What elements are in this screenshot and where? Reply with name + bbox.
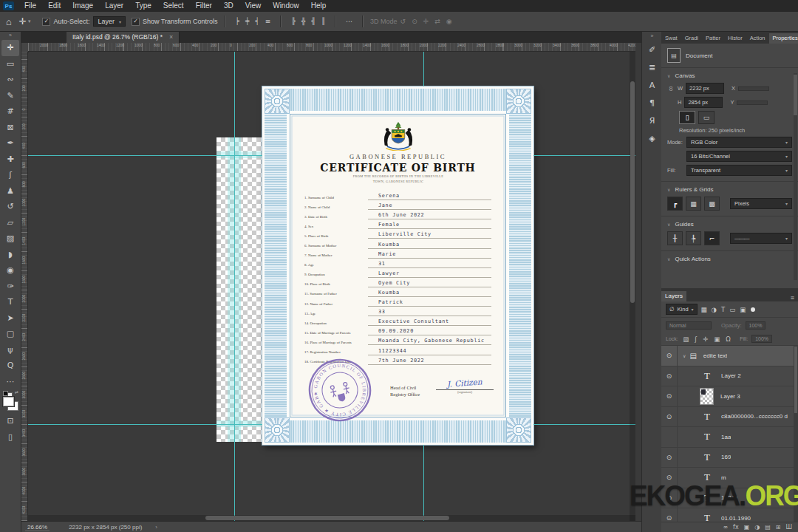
chevron-down-icon[interactable]: ∨ (667, 187, 670, 192)
gradient-tool[interactable]: ▨ (1, 231, 19, 247)
layer-name[interactable]: c8a0000000...ccccccc0 d (721, 413, 788, 420)
menu-item[interactable]: Help (305, 0, 332, 12)
show-transform-checkbox[interactable]: ✓ (132, 18, 140, 26)
lock-artboard-icon[interactable]: ▣ (713, 335, 721, 343)
landscape-orientation-button[interactable]: ▭ (698, 111, 715, 124)
width-field[interactable]: 2232 px (686, 83, 724, 94)
group-chevron-icon[interactable]: ∨ (683, 353, 686, 358)
dodge-tool[interactable]: ◉ (1, 262, 19, 279)
character-panel-icon[interactable]: A (644, 76, 661, 94)
panel-tab[interactable]: Properties (769, 33, 798, 44)
new-layer-icon[interactable]: ⊞ (776, 524, 781, 531)
align-horizontal-centers-icon[interactable]: ╪ (242, 18, 252, 25)
hand-tool[interactable]: ψ (1, 342, 19, 358)
expand-panels-icon[interactable]: » (651, 31, 654, 41)
panel-tab[interactable]: Patter (702, 33, 724, 44)
scrollbar-thumb[interactable] (630, 81, 635, 303)
foreground-color-swatch[interactable] (3, 397, 14, 406)
layer-row[interactable]: ⊙ T Layer 2 (661, 366, 798, 387)
eraser-tool[interactable]: ▱ (1, 215, 19, 231)
layer-visibility-toggle[interactable]: ⊙ (661, 366, 678, 386)
portrait-orientation-button[interactable]: ▯ (679, 111, 695, 124)
chevron-down-icon[interactable]: ∨ (667, 222, 670, 227)
toggle-grid-icon[interactable]: ▦ (686, 197, 701, 211)
frame-tool[interactable]: ⊠ (1, 120, 19, 136)
layer-mask-icon[interactable]: ▣ (744, 524, 750, 531)
align-top-edges-icon[interactable]: ≡ (262, 18, 274, 25)
auto-select-checkbox[interactable]: ✓ (42, 18, 50, 26)
toggle-smart-guides-icon[interactable]: ╄ (686, 231, 701, 245)
vertical-ruler[interactable]: 400 200 0 200 400 600 800 1000 1200 1400… (21, 52, 28, 521)
spot-healing-brush-tool[interactable]: ✚ (1, 151, 19, 168)
align-left-edges-icon[interactable]: ╞ (233, 18, 242, 25)
object-selection-tool[interactable]: ✎ (1, 88, 19, 104)
scrollbar-thumb[interactable] (205, 516, 449, 520)
layer-row[interactable]: ⊙ T c8a0000000...ccccccc0 d (661, 407, 798, 428)
crop-tool[interactable]: # (1, 103, 19, 120)
clear-guides-icon[interactable]: ⌐ (704, 231, 720, 245)
layers-tab[interactable]: Layers (661, 291, 686, 301)
adjustment-layer-icon[interactable]: ◑ (754, 524, 760, 531)
canvas-fill-dropdown[interactable]: Transparent▾ (686, 165, 792, 176)
lock-position-icon[interactable]: ✛ (702, 335, 709, 343)
distribute-right-edges-icon[interactable]: ╣ (308, 18, 318, 25)
toolbar-collapse-icon[interactable]: » (9, 31, 12, 40)
horizontal-guide[interactable] (28, 155, 262, 156)
bit-depth-dropdown[interactable]: 16 Bits/Channel▾ (686, 151, 792, 162)
text-layer-thumbnail[interactable]: T (700, 512, 715, 522)
canvas-area[interactable]: GABONESE REPUBLIC CERTIFICATE OF BIRTH F… (28, 52, 635, 521)
horizontal-guide[interactable] (533, 155, 635, 156)
filter-adjustment-layers-icon[interactable]: ◑ (711, 306, 717, 313)
text-layer-thumbnail[interactable]: T (700, 411, 715, 423)
brush-settings-panel-icon[interactable]: ✐ (644, 41, 661, 58)
lock-all-icon[interactable]: Ω (725, 335, 732, 343)
height-field[interactable]: 2854 px (684, 97, 723, 108)
layer-name[interactable]: edite text (703, 352, 727, 359)
move-tool[interactable]: ✛ (1, 40, 19, 56)
paragraph-panel-icon[interactable]: ¶ (644, 94, 661, 112)
rectangle-tool[interactable]: ▢ (1, 326, 19, 342)
menu-item[interactable]: Window (267, 0, 305, 12)
horizontal-guide[interactable] (28, 424, 262, 425)
menu-item[interactable]: Type (129, 0, 157, 12)
menu-item[interactable]: Layer (99, 0, 129, 12)
toggle-pixel-grid-icon[interactable]: ▩ (704, 197, 720, 211)
vertical-guide[interactable] (234, 52, 235, 521)
toggle-guides-icon[interactable]: ╂ (667, 231, 683, 245)
properties-scrollbar[interactable] (794, 73, 797, 280)
horizontal-type-tool[interactable]: T (1, 294, 19, 310)
history-brush-tool[interactable]: ↺ (1, 199, 19, 215)
lasso-tool[interactable]: ∾ (1, 72, 19, 88)
edit-toolbar-icon[interactable]: ⋯ (1, 374, 19, 390)
distribute-vertical-centers-icon[interactable]: ║ (318, 18, 328, 25)
document-tab[interactable]: Italy id.psd @ 26.7% (RGB/16) * × (66, 31, 180, 43)
distribute-left-edges-icon[interactable]: ╠ (288, 18, 298, 25)
birth-certificate-document[interactable]: GABONESE REPUBLIC CERTIFICATE OF BIRTH F… (262, 86, 533, 445)
menu-item[interactable]: Image (66, 0, 99, 12)
pen-tool[interactable]: ✑ (1, 279, 19, 295)
vertical-guide[interactable] (423, 445, 424, 521)
align-right-edges-icon[interactable]: ╡ (252, 18, 262, 25)
zoom-level-field[interactable]: 26.66% (25, 524, 50, 531)
layer-name[interactable]: 169 (721, 454, 731, 460)
horizontal-scrollbar[interactable] (28, 515, 635, 521)
menu-item[interactable]: Filter (190, 0, 218, 12)
text-layer-thumbnail[interactable]: T (700, 451, 715, 463)
text-layer-thumbnail[interactable]: T (700, 370, 715, 382)
layer-visibility-toggle[interactable]: ⊙ (661, 346, 678, 366)
layer-row[interactable]: T 1aa (661, 427, 798, 448)
menu-item[interactable]: 3D (218, 0, 239, 12)
home-icon[interactable]: ⌂ (6, 16, 12, 27)
brush-tool[interactable]: ʃ (1, 167, 19, 183)
layer-visibility-toggle[interactable]: ⊙ (661, 448, 678, 468)
layer-row[interactable]: ⊙ Layer 3 (661, 386, 798, 407)
panel-tab[interactable]: Swat (661, 33, 681, 44)
fill-field[interactable]: 100% (751, 335, 772, 343)
eyedropper-tool[interactable]: ✒ (1, 135, 19, 151)
layer-filter-kind-dropdown[interactable]: ∅ Kind ▾ (666, 304, 698, 315)
panel-tab[interactable]: Action (746, 33, 769, 44)
auto-select-target-dropdown[interactable]: Layer ▾ (93, 16, 126, 27)
link-dimensions-icon[interactable]: 8 (667, 85, 675, 92)
distribute-horizontal-centers-icon[interactable]: ╬ (299, 18, 308, 25)
toggle-rulers-icon[interactable]: ┏ (667, 197, 683, 211)
